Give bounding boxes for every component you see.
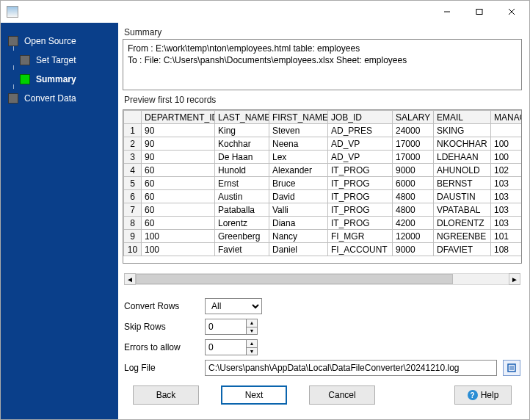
- cell: Daniel: [269, 243, 328, 256]
- sidebar-item-set-target[interactable]: Set Target: [1, 51, 118, 70]
- table-row[interactable]: 860LorentzDianaIT_PROG4200DLORENTZ103: [124, 217, 523, 230]
- preview-table: DEPARTMENT_ID LAST_NAME FIRST_NAME JOB_I…: [123, 110, 522, 256]
- sidebar-item-label: Convert Data: [24, 93, 76, 104]
- row-index: 8: [124, 217, 142, 230]
- cell: Ernst: [215, 177, 269, 190]
- horizontal-scrollbar[interactable]: ◄ ►: [124, 272, 520, 286]
- cell: Neena: [269, 137, 328, 151]
- cell: NKOCHHAR: [434, 137, 491, 151]
- row-index: 1: [124, 124, 142, 137]
- sidebar-item-label: Open Source: [24, 36, 76, 46]
- cell: Alexander: [269, 164, 328, 177]
- cell: 12000: [393, 230, 434, 243]
- table-row[interactable]: 10100FavietDanielFI_ACCOUNT9000DFAVIET10…: [124, 243, 523, 256]
- cell: Valli: [269, 203, 328, 217]
- table-row[interactable]: 290KochharNeenaAD_VP17000NKOCHHAR100: [124, 137, 523, 151]
- errors-allow-stepper[interactable]: ▲▼: [205, 339, 258, 355]
- wizard-sidebar: Open Source Set Target Summary Convert D…: [1, 23, 118, 419]
- app-icon: [7, 6, 18, 18]
- scroll-thumb[interactable]: [136, 274, 453, 284]
- table-row[interactable]: 190KingStevenAD_PRES24000SKING: [124, 124, 523, 137]
- step-box-icon: [20, 74, 30, 84]
- row-index: 4: [124, 164, 142, 177]
- skip-rows-stepper[interactable]: ▲▼: [205, 319, 258, 335]
- cell: DLORENTZ: [434, 217, 491, 230]
- file-icon: [507, 363, 517, 373]
- cell: 4800: [393, 203, 434, 217]
- col-header[interactable]: FIRST_NAME: [269, 111, 328, 124]
- step-box-icon: [20, 55, 30, 65]
- cell: AD_VP: [328, 137, 393, 151]
- col-header[interactable]: LAST_NAME: [215, 111, 269, 124]
- main-panel: Summary From : E:\work\temp\nton\employe…: [118, 23, 529, 419]
- sidebar-item-convert-data[interactable]: Convert Data: [1, 89, 118, 108]
- close-button[interactable]: [495, 1, 528, 22]
- spin-up-icon[interactable]: ▲: [246, 319, 258, 327]
- cell: David: [269, 190, 328, 203]
- cell: De Haan: [215, 151, 269, 164]
- options-panel: Convert Rows All Skip Rows ▲▼ Errors to …: [123, 296, 522, 378]
- row-index: 7: [124, 203, 142, 217]
- table-row[interactable]: 660AustinDavidIT_PROG4800DAUSTIN103: [124, 190, 523, 203]
- col-header[interactable]: JOB_ID: [328, 111, 393, 124]
- scroll-track[interactable]: [136, 273, 509, 285]
- cell: 103: [491, 217, 523, 230]
- cell: 101: [491, 230, 523, 243]
- cell: FI_ACCOUNT: [328, 243, 393, 256]
- spin-down-icon[interactable]: ▼: [246, 327, 258, 336]
- col-header[interactable]: EMAIL: [434, 111, 491, 124]
- maximize-button[interactable]: [463, 1, 495, 22]
- table-row[interactable]: 560ErnstBruceIT_PROG6000BERNST103: [124, 177, 523, 190]
- spin-down-icon[interactable]: ▼: [246, 347, 258, 356]
- log-file-input[interactable]: [205, 360, 497, 376]
- preview-grid[interactable]: DEPARTMENT_ID LAST_NAME FIRST_NAME JOB_I…: [123, 109, 522, 264]
- summary-to: To : File: C:\Users\pansh\Documents\empl…: [128, 54, 517, 66]
- cell: IT_PROG: [328, 177, 393, 190]
- minimize-button[interactable]: [431, 1, 463, 22]
- col-header-index[interactable]: [124, 111, 142, 124]
- cell: FI_MGR: [328, 230, 393, 243]
- help-button[interactable]: ? Help: [454, 385, 512, 405]
- next-button[interactable]: Next: [221, 385, 287, 405]
- skip-rows-label: Skip Rows: [124, 322, 205, 332]
- table-row[interactable]: 390De HaanLexAD_VP17000LDEHAAN100: [124, 151, 523, 164]
- col-header[interactable]: MANAG: [491, 111, 523, 124]
- cell: Faviet: [215, 243, 269, 256]
- svg-rect-1: [476, 10, 482, 15]
- help-icon: ?: [468, 390, 478, 400]
- scroll-right-icon[interactable]: ►: [509, 273, 520, 285]
- cell: King: [215, 124, 269, 137]
- cell: Lorentz: [215, 217, 269, 230]
- scroll-left-icon[interactable]: ◄: [124, 273, 136, 285]
- col-header[interactable]: SALARY: [393, 111, 434, 124]
- cell: 100: [491, 151, 523, 164]
- cell: 102: [491, 164, 523, 177]
- back-button[interactable]: Back: [133, 385, 199, 405]
- cell: Nancy: [269, 230, 328, 243]
- errors-allow-input[interactable]: [205, 339, 246, 355]
- cell: VPATABAL: [434, 203, 491, 217]
- cell: 60: [142, 203, 215, 217]
- log-file-label: Log File: [124, 363, 205, 373]
- cell: AHUNOLD: [434, 164, 491, 177]
- table-row[interactable]: 9100GreenbergNancyFI_MGR12000NGREENBE101: [124, 230, 523, 243]
- sidebar-item-summary[interactable]: Summary: [1, 70, 118, 89]
- cell: Greenberg: [215, 230, 269, 243]
- table-row[interactable]: 460HunoldAlexanderIT_PROG9000AHUNOLD102: [124, 164, 523, 177]
- preview-label: Preview first 10 records: [124, 95, 522, 105]
- convert-rows-select[interactable]: All: [205, 298, 262, 314]
- cell: DAUSTIN: [434, 190, 491, 203]
- step-box-icon: [8, 36, 18, 46]
- cell: IT_PROG: [328, 203, 393, 217]
- cancel-button[interactable]: Cancel: [309, 385, 375, 405]
- table-row[interactable]: 760PataballaValliIT_PROG4800VPATABAL103: [124, 203, 523, 217]
- browse-log-button[interactable]: [503, 360, 520, 376]
- skip-rows-input[interactable]: [205, 319, 246, 335]
- cell: 103: [491, 177, 523, 190]
- cell: BERNST: [434, 177, 491, 190]
- cell: IT_PROG: [328, 217, 393, 230]
- sidebar-item-open-source[interactable]: Open Source: [1, 32, 118, 51]
- cell: 90: [142, 124, 215, 137]
- spin-up-icon[interactable]: ▲: [246, 339, 258, 347]
- col-header[interactable]: DEPARTMENT_ID: [142, 111, 215, 124]
